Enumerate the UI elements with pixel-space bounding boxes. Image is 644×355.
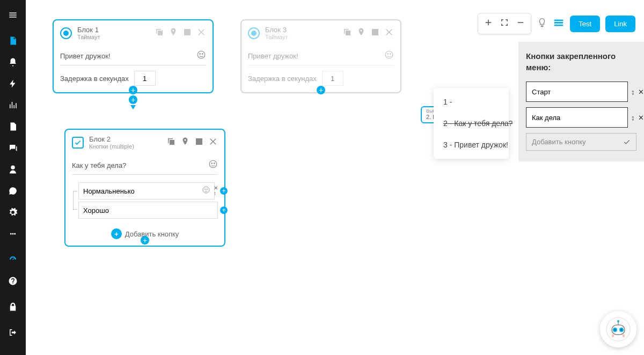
pin-icon[interactable]: [169, 27, 178, 39]
focus-icon[interactable]: [500, 18, 509, 29]
pinned-menu-panel: Кнопки закрепленного меню: ↕ ✕ ↕ ✕ Добав…: [518, 42, 644, 161]
connector-out[interactable]: +: [129, 86, 137, 94]
reorder-icon[interactable]: ↕: [214, 191, 218, 196]
zoom-out-icon[interactable]: [516, 18, 525, 29]
message-text[interactable]: Как у тебя дела?: [72, 161, 208, 169]
connector-out[interactable]: +: [317, 86, 325, 94]
image-icon[interactable]: [370, 27, 380, 39]
remove-icon[interactable]: ✕: [638, 88, 644, 96]
delay-label: Задержка в секундах: [248, 75, 317, 83]
pin-icon[interactable]: [356, 27, 366, 39]
close-icon[interactable]: [196, 27, 206, 39]
chat-icon[interactable]: [0, 180, 26, 202]
close-icon[interactable]: [208, 137, 218, 149]
remove-icon[interactable]: ✕: [638, 114, 644, 122]
option-input[interactable]: [78, 182, 215, 199]
user-icon[interactable]: [0, 159, 26, 180]
menu-button-row: ↕ ✕: [526, 82, 636, 102]
connector-option[interactable]: +: [220, 206, 228, 214]
menu-button-row: ↕ ✕: [526, 107, 636, 128]
svg-point-1: [200, 54, 201, 55]
more-icon[interactable]: [0, 223, 26, 245]
test-button[interactable]: Test: [570, 16, 600, 32]
message-text[interactable]: Привет дружок!: [60, 52, 196, 60]
svg-point-5: [390, 54, 391, 55]
zoom-in-icon[interactable]: [484, 18, 493, 29]
help-icon[interactable]: [0, 270, 26, 292]
menu-button-input[interactable]: [526, 107, 628, 128]
clock-icon: [248, 27, 260, 39]
chat-multi-icon[interactable]: [0, 137, 26, 159]
option-3[interactable]: 3 - Привет дружок!: [434, 134, 509, 156]
reorder-icon[interactable]: ↕: [631, 88, 635, 96]
svg-point-6: [209, 160, 217, 168]
copy-icon[interactable]: [166, 137, 176, 149]
pin-icon[interactable]: [180, 137, 190, 149]
block-1[interactable]: Блок 1 Таймаут Привет дружок! Задержка в…: [53, 19, 214, 93]
svg-point-0: [197, 51, 205, 58]
svg-point-11: [207, 189, 207, 189]
check-icon: [623, 138, 631, 146]
link-button[interactable]: Link: [605, 16, 635, 32]
bell-icon[interactable]: [0, 51, 26, 73]
delay-input[interactable]: [322, 71, 343, 86]
delay-input[interactable]: [134, 71, 156, 86]
block-title: Блок 3: [265, 26, 342, 34]
svg-point-4: [387, 54, 389, 55]
svg-point-8: [214, 163, 215, 164]
bolt-icon[interactable]: [0, 73, 26, 94]
svg-point-7: [211, 163, 213, 164]
svg-point-3: [385, 51, 393, 58]
block-3[interactable]: Блок 3 Таймаут Привет дружок! Задержка в…: [240, 19, 401, 93]
reorder-icon[interactable]: ↕: [631, 114, 635, 122]
sidebar: [0, 0, 26, 355]
add-menu-button[interactable]: Добавить кнопку: [526, 133, 636, 151]
block-title: Блок 1: [77, 26, 155, 34]
emoji-icon[interactable]: [384, 50, 394, 62]
zoom-controls: [478, 13, 531, 34]
chart-icon[interactable]: [0, 94, 26, 116]
copy-icon[interactable]: [342, 27, 352, 39]
option-1[interactable]: 1 -: [434, 91, 509, 113]
canvas[interactable]: Блок 1 Таймаут Привет дружок! Задержка в…: [26, 0, 644, 355]
logout-icon[interactable]: [0, 322, 26, 343]
bulb-icon[interactable]: [537, 17, 547, 30]
option-row: +: [78, 202, 218, 219]
menu-icon[interactable]: [0, 0, 26, 30]
block-subtitle: Таймаут: [265, 34, 342, 40]
svg-point-16: [614, 329, 616, 331]
option-input[interactable]: [78, 202, 218, 219]
connector-out[interactable]: +: [141, 236, 149, 245]
option-2[interactable]: 2 - Как у тебя дела?: [434, 113, 509, 134]
emoji-icon[interactable]: [196, 50, 206, 62]
svg-point-21: [623, 334, 625, 337]
svg-point-2: [202, 54, 203, 55]
lock-icon[interactable]: [0, 296, 26, 317]
message-text[interactable]: Привет дружок!: [248, 52, 384, 60]
add-option-label: Добавить кнопку: [125, 230, 179, 238]
image-icon[interactable]: [182, 27, 192, 39]
dashboard-icon[interactable]: [0, 249, 26, 270]
block-subtitle: Кнопки (multiple): [89, 143, 166, 150]
menu-button-input[interactable]: [526, 82, 628, 102]
chatbot-avatar[interactable]: [600, 311, 636, 347]
add-menu-label: Добавить кнопку: [532, 138, 586, 146]
svg-point-10: [204, 189, 205, 189]
connector-add[interactable]: +: [129, 95, 137, 104]
menu-icon[interactable]: [553, 17, 565, 31]
close-icon[interactable]: [384, 27, 394, 39]
doc-icon[interactable]: [0, 116, 26, 137]
arrow-down-icon: [130, 105, 136, 109]
emoji-icon[interactable]: [208, 159, 218, 171]
check-icon: [72, 137, 84, 149]
page-icon[interactable]: [0, 30, 26, 51]
gear-icon[interactable]: [0, 202, 26, 223]
connector-option[interactable]: +: [220, 187, 228, 195]
copy-icon[interactable]: [155, 27, 164, 39]
block-2[interactable]: Блок 2 Кнопки (multiple) Как у тебя дела…: [64, 129, 225, 247]
image-icon[interactable]: [194, 137, 204, 149]
robot-icon: [605, 316, 631, 342]
emoji-icon[interactable]: [202, 186, 210, 196]
svg-point-9: [203, 187, 209, 193]
svg-point-17: [621, 329, 623, 331]
